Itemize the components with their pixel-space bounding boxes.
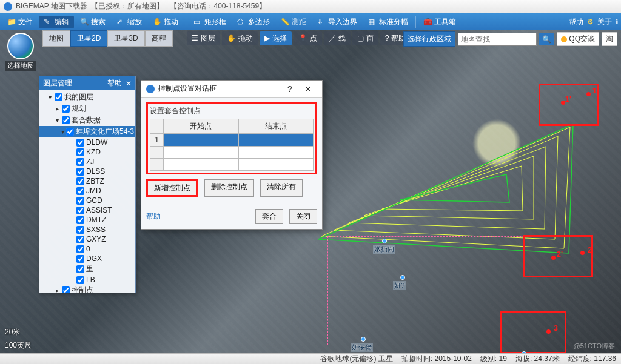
layer-panel-close-icon[interactable]: ✕: [126, 79, 132, 88]
dialog-titlebar[interactable]: 控制点设置对话框 ? ✕: [141, 81, 322, 98]
status-bar: 谷歌地球(无偏移) 卫星 拍摄时间: 2015-10-02 级别: 19 海拔:…: [0, 353, 621, 364]
tree-leaf[interactable]: SXSS: [39, 225, 135, 234]
pin-icon: 📍: [298, 34, 307, 42]
table-row[interactable]: 1: [150, 134, 314, 147]
edit-icon: ✎: [44, 18, 52, 26]
tree-checkbox[interactable]: [55, 93, 62, 101]
tree-root[interactable]: ▾我的图层: [39, 91, 135, 103]
import-button[interactable]: ⇩导入边界: [312, 16, 362, 28]
layer-panel-help[interactable]: 帮助: [107, 78, 122, 88]
point-3-label: 3: [554, 323, 558, 333]
marker-3[interactable]: [361, 337, 366, 342]
tree-node-plan[interactable]: ▸规划: [39, 103, 135, 114]
control-point-dialog: 控制点设置对话框 ? ✕ 设置套合控制点 开始点结束点 1 新增控制点 删除控制…: [141, 80, 323, 230]
drag-tool[interactable]: ✋拖动: [222, 31, 258, 45]
tab-sat2d[interactable]: 卫星2D: [70, 30, 107, 47]
layer-tree[interactable]: ▾我的图层 ▸规划 ▾套合数据 ▾蚌埠文化广场54-3 DLDWKZDZJDLS…: [39, 90, 135, 293]
chevron-down-icon[interactable]: ▾: [47, 94, 53, 101]
phone-number: 400-118-5459】: [213, 1, 266, 12]
ruler-icon: 📏: [281, 18, 289, 26]
tree-leaf[interactable]: DMTZ: [39, 215, 135, 225]
tree-leaf[interactable]: LB: [39, 275, 135, 285]
tree-leaf[interactable]: GCD: [39, 196, 135, 205]
dialog-help-icon[interactable]: ?: [281, 84, 299, 94]
select-tool[interactable]: ▶选择: [260, 31, 292, 45]
chevron-down-icon[interactable]: ▾: [61, 128, 64, 135]
close-button[interactable]: 关闭: [289, 209, 317, 224]
gear-icon[interactable]: ⚙: [587, 18, 594, 26]
about-link[interactable]: 关于: [597, 17, 612, 27]
dialog-help-link[interactable]: 帮助: [146, 211, 161, 222]
clear-all-button[interactable]: 清除所有: [260, 179, 303, 197]
standard-button[interactable]: ▦标准分幅: [363, 16, 413, 28]
dialog-title: 控制点设置对话框: [158, 84, 281, 94]
title-bar: BIGEMAP 地图下载器 【已授权：所有地图】 【咨询电话： 400-118-…: [0, 0, 621, 13]
point-tool[interactable]: 📍点: [294, 31, 322, 45]
layer-panel-header[interactable]: 图层管理 帮助 ✕: [39, 76, 135, 90]
info-icon[interactable]: ℹ: [616, 18, 619, 26]
point-2[interactable]: [580, 251, 585, 255]
zoom-button[interactable]: ⤢缩放: [112, 16, 147, 28]
search-go-icon[interactable]: 🔍: [539, 33, 554, 45]
table-row[interactable]: [150, 159, 314, 171]
tree-leaf[interactable]: DLDW: [39, 137, 135, 147]
delete-point-button[interactable]: 删除控制点: [204, 179, 254, 197]
place-search-input[interactable]: [458, 33, 537, 46]
tree-leaf[interactable]: JMD: [39, 186, 135, 196]
qq-chat-button[interactable]: QQ交谈: [557, 32, 599, 46]
polygon-button[interactable]: ⬠多边形: [232, 16, 275, 28]
tree-leaf[interactable]: DGX: [39, 254, 135, 263]
control-point-table[interactable]: 开始点结束点 1: [150, 119, 314, 171]
tree-node-area[interactable]: ▾蚌埠文化广场54-3: [39, 126, 135, 137]
apply-button[interactable]: 套合: [255, 209, 283, 224]
measure-button[interactable]: 📏测距: [276, 16, 311, 28]
point-1[interactable]: [586, 92, 591, 96]
tree-leaf[interactable]: ZJ: [39, 157, 135, 167]
file-button[interactable]: 📁文件: [2, 16, 38, 28]
region-select[interactable]: 选择行政区域: [403, 31, 455, 47]
tree-leaf[interactable]: ASSIST: [39, 205, 135, 215]
chevron-right-icon[interactable]: ▸: [54, 287, 60, 293]
taobao-button[interactable]: 淘: [602, 32, 617, 46]
tab-elev[interactable]: 高程: [145, 30, 173, 47]
point-2b[interactable]: [551, 256, 556, 260]
tree-leaf[interactable]: KZD: [39, 147, 135, 157]
marker-3-label: 妍佞佬: [351, 343, 373, 352]
search-bar: 选择行政区域 🔍 QQ交谈 淘: [403, 31, 617, 47]
tree-leaf[interactable]: 里: [39, 263, 135, 275]
layers-icon: ☰: [192, 34, 198, 42]
line-tool[interactable]: ／线: [324, 31, 351, 45]
chevron-right-icon[interactable]: ▸: [54, 105, 60, 112]
edit-button[interactable]: ✎编辑: [39, 16, 74, 28]
help-link[interactable]: 帮助: [569, 17, 583, 27]
marker-1[interactable]: [382, 239, 387, 243]
marker-1-label: 嫩扔闹: [373, 245, 395, 254]
tree-leaf[interactable]: 0: [39, 244, 135, 254]
search-button[interactable]: 🔍搜索: [75, 16, 110, 28]
tree-leaf[interactable]: DLSS: [39, 167, 135, 176]
cell-start[interactable]: [164, 134, 239, 147]
add-point-button[interactable]: 新增控制点: [146, 179, 198, 197]
status-level: 19: [499, 354, 507, 363]
rect-button[interactable]: ▭矩形框: [189, 16, 231, 28]
marker-2[interactable]: [400, 275, 405, 280]
tree-node-controlpt[interactable]: ▸控制点: [39, 285, 135, 293]
surface-tool[interactable]: ▢面: [352, 31, 378, 45]
main-toolbar: 📁文件 ✎编辑 🔍搜索 ⤢缩放 ✋拖动 ▭矩形框 ⬠多边形 📏测距 ⇩导入边界 …: [0, 13, 621, 30]
marker-2-label: 妍?: [393, 281, 406, 290]
map-select-panel[interactable]: 选择地图: [5, 33, 36, 71]
dialog-close-icon[interactable]: ✕: [299, 84, 317, 94]
toolbox-button[interactable]: 🧰工具箱: [418, 16, 461, 28]
tab-sat3d[interactable]: 卫星3D: [107, 30, 144, 47]
table-row[interactable]: [150, 147, 314, 159]
tree-leaf[interactable]: ZBTZ: [39, 176, 135, 186]
tab-map[interactable]: 地图: [42, 30, 70, 47]
point-3[interactable]: [546, 329, 551, 334]
chevron-down-icon[interactable]: ▾: [54, 117, 60, 124]
drag-button[interactable]: ✋拖动: [148, 16, 183, 28]
tree-node-overlay[interactable]: ▾套合数据: [39, 114, 135, 126]
globe-icon: [7, 33, 34, 59]
layer-tool[interactable]: ☰图层: [187, 31, 220, 45]
cell-end[interactable]: [238, 134, 314, 147]
tree-leaf[interactable]: GXYZ: [39, 234, 135, 244]
